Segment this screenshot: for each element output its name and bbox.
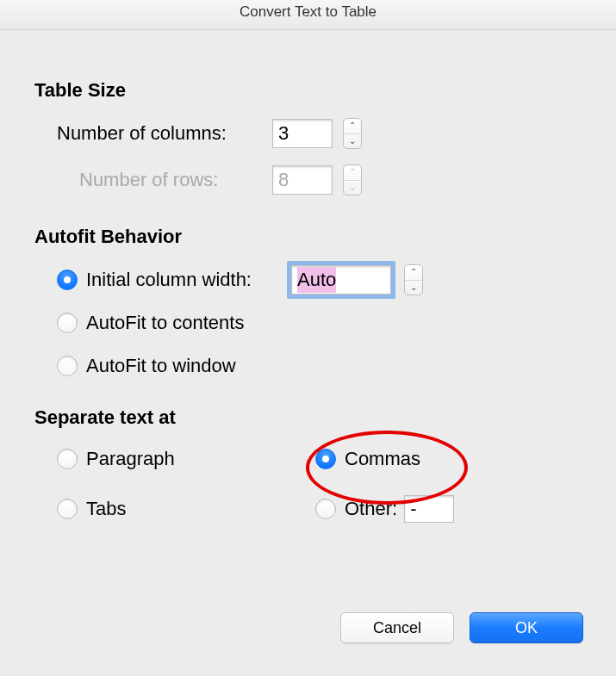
commas-label: Commas	[345, 448, 420, 470]
radio-other[interactable]	[315, 499, 336, 519]
cell-other: Other:	[315, 489, 582, 529]
cell-paragraph: Paragraph	[57, 439, 315, 479]
chevron-up-icon: ⌃	[344, 119, 361, 134]
cell-tabs: Tabs	[57, 489, 315, 529]
row-initial-column-width: Initial column width: Auto ⌃ ⌄	[57, 258, 582, 301]
cell-commas: Commas	[315, 439, 582, 479]
ok-button[interactable]: OK	[470, 612, 583, 643]
paragraph-label: Paragraph	[86, 448, 175, 470]
chevron-up-icon: ⌃	[344, 165, 361, 181]
autofit-window-label: AutoFit to window	[86, 355, 236, 377]
row-autofit-contents: AutoFit to contents	[57, 301, 582, 344]
radio-initial-column-width[interactable]	[57, 270, 78, 290]
section-title-separate: Separate text at	[34, 406, 582, 429]
separate-grid: Paragraph Commas Tabs Other:	[57, 439, 582, 529]
button-row: Cancel OK	[340, 612, 583, 643]
initial-column-width-value: Auto	[297, 267, 336, 293]
section-title-table-size: Table Size	[34, 79, 582, 102]
dialog-content: Table Size Number of columns: ⌃ ⌄ Number…	[34, 60, 582, 529]
radio-paragraph[interactable]	[57, 449, 78, 469]
section-title-autofit: Autofit Behavior	[34, 226, 582, 248]
initial-column-width-label: Initial column width:	[86, 269, 291, 291]
row-number-of-rows: Number of rows: ⌃ ⌄	[79, 158, 582, 202]
other-label: Other:	[345, 498, 397, 520]
radio-autofit-contents[interactable]	[57, 313, 78, 333]
dialog-window: Convert Text to Table Table Size Number …	[0, 0, 616, 676]
columns-field[interactable]	[272, 119, 333, 148]
radio-tabs[interactable]	[57, 499, 78, 519]
rows-field	[272, 165, 333, 195]
row-number-of-columns: Number of columns: ⌃ ⌄	[57, 112, 582, 155]
title-bar: Convert Text to Table	[0, 0, 616, 30]
rows-label: Number of rows:	[79, 169, 272, 191]
chevron-down-icon: ⌄	[344, 181, 361, 195]
initial-column-width-field[interactable]: Auto	[291, 265, 391, 295]
initial-column-width-stepper[interactable]: ⌃ ⌄	[404, 264, 423, 295]
columns-label: Number of columns:	[57, 122, 272, 145]
other-field[interactable]	[404, 495, 454, 523]
radio-commas[interactable]	[315, 449, 336, 469]
cancel-button[interactable]: Cancel	[340, 612, 454, 643]
chevron-down-icon: ⌄	[344, 134, 361, 149]
chevron-down-icon: ⌄	[405, 281, 422, 295]
initial-column-width-field-wrap: Auto	[287, 261, 395, 299]
window-title: Convert Text to Table	[240, 3, 376, 20]
tabs-label: Tabs	[86, 498, 126, 520]
chevron-up-icon: ⌃	[405, 265, 422, 281]
radio-autofit-window[interactable]	[57, 356, 78, 376]
row-autofit-window: AutoFit to window	[57, 344, 582, 388]
rows-stepper: ⌃ ⌄	[343, 164, 362, 195]
columns-stepper[interactable]: ⌃ ⌄	[343, 118, 362, 149]
autofit-contents-label: AutoFit to contents	[86, 312, 244, 334]
